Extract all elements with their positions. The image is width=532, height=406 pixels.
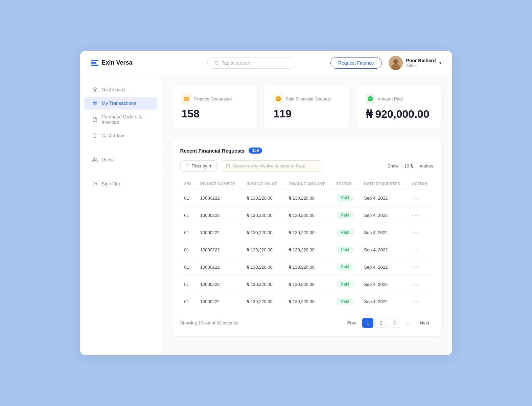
sidebar-item-users[interactable]: Users — [84, 153, 157, 166]
cell-status: Paid — [332, 293, 360, 310]
paid-financial-icon — [274, 94, 283, 104]
cell-action[interactable]: ··· — [408, 189, 433, 207]
page-1-button[interactable]: 1 — [362, 318, 373, 328]
cell-action[interactable]: ··· — [408, 276, 433, 293]
sidebar-item-purchase-orders[interactable]: Purchase Orders & Invoices — [84, 110, 157, 129]
request-finance-button[interactable]: Request Finance — [330, 57, 382, 69]
cell-status: Paid — [332, 258, 360, 276]
cell-invoice-number: 10000222 — [196, 276, 242, 293]
entries-select[interactable]: 10 ⇅ — [401, 162, 417, 170]
cell-date-requested: Sep 4, 2022 — [360, 258, 408, 276]
show-label: Show — [388, 163, 399, 168]
main-layout: Dashboard My Transactions — [80, 75, 452, 355]
cell-sn: 01 — [180, 241, 196, 258]
cell-action[interactable]: ··· — [408, 207, 433, 224]
cell-status: Paid — [332, 276, 360, 293]
table-row: 01 10000222 ₦ 130,220.00 ₦ 130,220.00 Pa… — [180, 258, 433, 276]
filter-button[interactable]: Filter by ▾ — [180, 160, 217, 172]
top-header: Exin Versa Tap to search Request Finance — [80, 51, 452, 75]
filter-icon — [185, 164, 190, 168]
cell-status: Paid — [332, 224, 360, 241]
cell-invoice-value: ₦ 130,220.00 — [242, 224, 284, 241]
chevron-down-icon: ▾ — [439, 61, 441, 65]
cell-action[interactable]: ··· — [408, 224, 433, 241]
cell-invoice-value: ₦ 130,220.00 — [242, 241, 284, 258]
main-content: Finance Requested 158 Paid Financial Req… — [161, 75, 452, 355]
cell-action[interactable]: ··· — [408, 258, 433, 276]
svg-point-3 — [393, 59, 398, 64]
user-name: Poor Richard — [406, 58, 436, 63]
paid-financial-value: 119 — [274, 108, 340, 120]
app-name: Exin Versa — [102, 59, 133, 66]
col-action: ACTION — [408, 178, 433, 189]
finance-requested-icon — [182, 94, 191, 104]
cell-action[interactable]: ··· — [408, 241, 433, 258]
action-menu-icon[interactable]: ··· — [412, 246, 419, 253]
search-bar[interactable]: Tap to search — [207, 57, 295, 69]
table-head: S/N INVOICE NUMBER INVOICE VALUE FINANCE… — [180, 178, 433, 189]
action-menu-icon[interactable]: ··· — [412, 212, 419, 219]
search-placeholder: Tap to search — [222, 60, 250, 66]
svg-rect-5 — [93, 101, 97, 105]
cash-flow-label: Cash Flow — [102, 133, 124, 138]
purchase-orders-label: Purchase Orders & Invoices — [102, 114, 149, 125]
action-menu-icon[interactable]: ··· — [412, 195, 419, 201]
pagination-area: Showing 10 out of 29 enteries Prev 1 2 3… — [180, 318, 433, 328]
cell-finance-amount: ₦ 130,220.00 — [284, 258, 332, 276]
cell-action[interactable]: ··· — [408, 293, 433, 310]
col-invoice-value: INVOICE VALUE — [242, 178, 284, 189]
entries-stepper-icon: ⇅ — [410, 163, 414, 168]
action-menu-icon[interactable]: ··· — [412, 281, 419, 288]
my-transactions-label: My Transactions — [102, 100, 136, 106]
user-profile[interactable]: Poor Richard Admin ▾ — [389, 56, 441, 70]
prev-button[interactable]: Prev — [343, 318, 360, 328]
sidebar-item-dashboard[interactable]: Dashboard — [84, 83, 157, 96]
table-controls: Filter by ▾ Search using invoice number … — [180, 160, 433, 172]
sign-out-icon — [92, 181, 98, 186]
cell-finance-amount: ₦ 130,220.00 — [284, 207, 332, 224]
table-search-placeholder: Search using invoice number or Date — [233, 163, 305, 168]
table-body: 01 10000222 ₦ 130,220.00 ₦ 130,220.00 Pa… — [180, 189, 433, 310]
sidebar-section-main: Dashboard My Transactions — [80, 83, 161, 149]
controls-left: Filter by ▾ Search using invoice number … — [180, 160, 322, 172]
svg-point-9 — [93, 158, 95, 159]
col-status: STATUS — [332, 178, 360, 189]
next-button[interactable]: Next — [416, 318, 433, 328]
table-row: 01 10000222 ₦ 130,220.00 ₦ 130,220.00 Pa… — [180, 224, 433, 241]
users-icon — [92, 157, 98, 162]
cash-flow-icon — [92, 133, 98, 138]
page-3-button[interactable]: 3 — [389, 318, 400, 328]
action-menu-icon[interactable]: ··· — [412, 298, 419, 305]
stat-card-header: Finance Requested — [182, 94, 248, 104]
sidebar-item-my-transactions[interactable]: My Transactions — [84, 97, 157, 110]
sidebar-item-cash-flow[interactable]: Cash Flow — [84, 129, 157, 142]
cell-sn: 01 — [180, 207, 196, 224]
table-row: 01 10000222 ₦ 130,220.00 ₦ 130,220.00 Pa… — [180, 276, 433, 293]
filter-chevron-icon: ▾ — [209, 163, 212, 168]
table-search[interactable]: Search using invoice number or Date — [221, 160, 322, 172]
col-finance-amount: FINANCE AMOUNT — [284, 178, 332, 189]
paid-financial-label: Paid Financial Request — [286, 96, 331, 102]
svg-line-1 — [217, 64, 218, 65]
cell-invoice-value: ₦ 130,220.00 — [242, 276, 284, 293]
status-badge: Paid — [336, 298, 354, 305]
table-title: Recent Financial Requests — [180, 148, 245, 154]
dashboard-icon — [92, 87, 98, 92]
cell-status: Paid — [332, 189, 360, 207]
finance-requested-value: 158 — [182, 108, 248, 120]
cell-sn: 01 — [180, 258, 196, 276]
cell-invoice-number: 10000222 — [196, 293, 242, 310]
user-role: Admin — [406, 63, 436, 68]
page-2-button[interactable]: 2 — [375, 318, 387, 328]
header-right: Request Finance Poor Richard Admin ▾ — [330, 56, 441, 70]
ellipsis: ... — [402, 318, 414, 328]
table-header: Recent Financial Requests 158 — [180, 148, 433, 154]
avatar — [389, 56, 403, 70]
stat-card-paid-financial: Paid Financial Request 119 — [264, 86, 349, 129]
sidebar-section-users: Users — [80, 153, 161, 173]
action-menu-icon[interactable]: ··· — [412, 264, 419, 270]
purchase-orders-icon — [92, 117, 98, 122]
action-menu-icon[interactable]: ··· — [412, 229, 419, 236]
dashboard-label: Dashboard — [102, 87, 125, 92]
sidebar-item-sign-out[interactable]: Sign Out — [84, 177, 157, 190]
